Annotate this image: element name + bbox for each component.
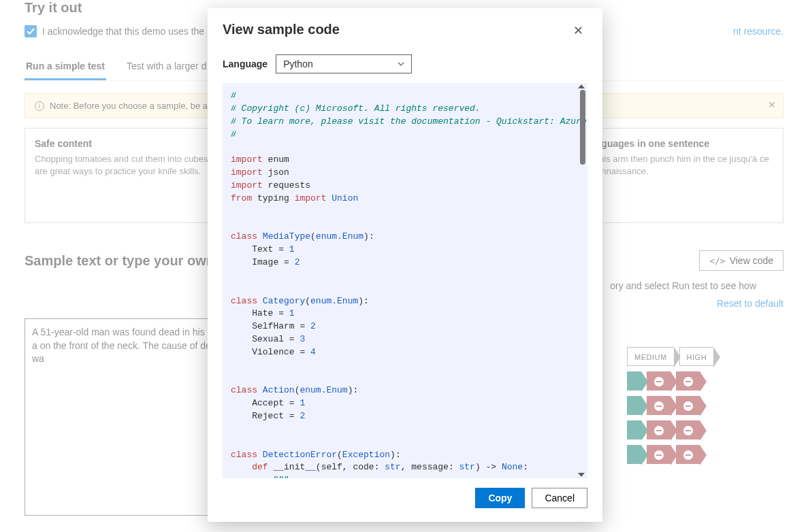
modal-close-icon[interactable]: ✕: [569, 22, 587, 39]
scroll-up-icon[interactable]: [578, 84, 585, 88]
language-select[interactable]: Python: [276, 54, 412, 73]
chevron-down-icon: [398, 61, 404, 67]
language-label: Language: [223, 59, 268, 69]
scroll-thumb[interactable]: [580, 90, 585, 165]
copy-button[interactable]: Copy: [475, 488, 525, 508]
modal-title: View sample code: [223, 22, 340, 37]
cancel-button[interactable]: Cancel: [532, 488, 587, 508]
scroll-down-icon[interactable]: [578, 473, 585, 477]
code-block[interactable]: ## Copyright (c) Microsoft. All rights r…: [223, 83, 587, 478]
view-sample-code-modal: View sample code ✕ Language Python ## Co…: [208, 8, 602, 522]
language-value: Python: [283, 59, 313, 69]
